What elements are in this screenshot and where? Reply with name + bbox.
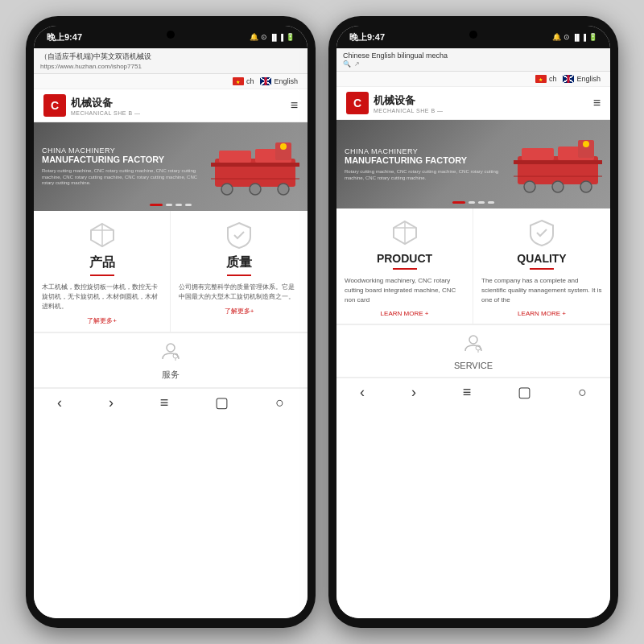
box-icon-left	[88, 221, 117, 250]
feature-title-quality-left: 质量	[179, 254, 299, 271]
status-time-right: 晚上9:47	[349, 31, 385, 43]
svg-rect-6	[211, 163, 299, 167]
feature-title-product-left: 产品	[42, 254, 162, 271]
lang-bar-right: ch English	[336, 72, 610, 87]
nav-header-left: C 机械设备 MECHANICAL SHE B — ≡	[34, 89, 308, 122]
features-grid-right: PRODUCT Woodworking machinery, CNC rotar…	[336, 208, 610, 325]
svg-point-20	[580, 181, 592, 192]
svg-point-3	[221, 184, 233, 195]
feature-desc-product-left: 木工机械，数控旋切板一体机，数控无卡旋切机，无卡旋切机，木材倒圆机，木材进料机。	[42, 283, 162, 312]
svg-point-5	[278, 184, 289, 195]
service-icon-left	[159, 340, 182, 367]
service-icon-right	[462, 332, 485, 359]
lang-ch-left[interactable]: ch	[233, 77, 254, 85]
feature-title-quality-right: QUALITY	[481, 252, 602, 265]
nav-tabs-left[interactable]: ▢	[215, 394, 229, 411]
service-label-right: SERVICE	[454, 361, 493, 370]
svg-point-24	[583, 141, 589, 147]
features-grid-left: 产品 木工机械，数控旋切板一体机，数控无卡旋切机，无卡旋切机，木材倒圆机，木材进…	[34, 211, 308, 333]
service-label-left: 服务	[162, 369, 180, 381]
banner-title1-left: CHINA MACHINERY	[42, 147, 211, 155]
dot-active	[150, 204, 163, 206]
feature-desc-quality-right: The company has a complete and scientifi…	[481, 276, 602, 305]
lang-bar-left: ch English	[34, 74, 308, 89]
lang-en-left[interactable]: English	[260, 77, 298, 85]
status-icons-right: 🔔 ⊙ ▐▌▐ 🔋	[552, 33, 597, 41]
status-time-left: 晚上9:47	[47, 31, 82, 43]
banner-desc-right: Rotary cutting machine, CNC rotary cutti…	[345, 169, 514, 182]
feature-divider-quality-right	[530, 268, 554, 270]
banner-title1-right: CHINA MACHINERY	[345, 147, 514, 155]
punch-hole-right	[469, 31, 477, 39]
nav-back-right[interactable]: ‹	[360, 384, 365, 401]
browser-title-left: （自适应手机端)中英文双语机械设	[40, 52, 301, 62]
logo-icon-right: C	[346, 92, 369, 114]
nav-menu-right[interactable]: ≡	[463, 384, 472, 401]
nav-home-right[interactable]: ○	[578, 384, 587, 401]
dot-1-right	[469, 201, 475, 204]
punch-hole-left	[167, 31, 175, 39]
menu-icon-right[interactable]: ≡	[593, 96, 601, 110]
logo-sub-left: MECHANICAL SHE B —	[71, 110, 141, 116]
flag-vn-right	[535, 75, 547, 83]
learn-more-product-left[interactable]: 了解更多+	[42, 316, 162, 325]
flag-vn-left	[233, 77, 244, 85]
nav-forward-right[interactable]: ›	[411, 384, 416, 401]
phone-right: 晚上9:47 🔔 ⊙ ▐▌▐ 🔋 Chinese English bilingu…	[328, 16, 618, 628]
dot-1	[166, 204, 172, 206]
lang-ch-right[interactable]: ch	[535, 75, 557, 83]
learn-more-product-right[interactable]: LEARN MORE +	[345, 310, 464, 317]
learn-more-quality-right[interactable]: LEARN MORE +	[481, 310, 602, 317]
feature-quality-left: 质量 公司拥有完整科学的质量管理体系。它是中国最大的大型木工旋切机制造商之一。 …	[171, 211, 308, 332]
logo-icon-left: C	[43, 94, 66, 117]
browser-bar-right[interactable]: Chinese English bilingual mecha 🔍 ↗	[336, 48, 610, 72]
svg-point-9	[280, 143, 287, 150]
nav-back-left[interactable]: ‹	[57, 394, 62, 411]
banner-left: CHINA MACHINERY MANUFACTURING FACTORY Ro…	[34, 122, 308, 211]
dot-2-right	[478, 201, 485, 204]
shield-icon-right	[527, 218, 556, 247]
nav-tabs-right[interactable]: ▢	[518, 383, 531, 401]
feature-desc-quality-left: 公司拥有完整科学的质量管理体系。它是中国最大的大型木工旋切机制造商之一。	[179, 283, 299, 302]
feature-divider-product-left	[90, 275, 114, 276]
learn-more-quality-left[interactable]: 了解更多+	[179, 307, 299, 316]
banner-dots-right	[452, 201, 494, 204]
nav-home-left[interactable]: ○	[275, 394, 284, 411]
lang-en-right[interactable]: English	[563, 75, 601, 83]
logo-sub-right: MECHANICAL SHE B —	[374, 108, 444, 114]
svg-rect-1	[219, 151, 251, 163]
phone-left: 晚上9:47 🔔 ⊙ ▐▌▐ 🔋 （自适应手机端)中英文双语机械设 https:…	[26, 16, 316, 628]
nav-menu-left[interactable]: ≡	[160, 394, 169, 411]
dot-active-right	[452, 201, 465, 204]
svg-point-18	[524, 181, 535, 192]
site-content-right: ch English C 机械设备 MECHANICAL SHE B —	[336, 72, 610, 618]
box-icon-right	[390, 218, 419, 247]
banner-dots-left	[150, 204, 192, 206]
banner-machine-right	[514, 132, 602, 196]
flag-uk-left	[260, 77, 271, 85]
dot-3	[185, 204, 192, 206]
menu-icon-left[interactable]: ≡	[291, 98, 298, 113]
shield-icon-left	[225, 221, 254, 250]
browser-bar-left[interactable]: （自适应手机端)中英文双语机械设 https://www.huzhan.com/…	[34, 48, 308, 74]
browser-title-right: Chinese English bilingual mecha	[343, 52, 604, 60]
feature-product-right: PRODUCT Woodworking machinery, CNC rotar…	[336, 208, 473, 324]
svg-point-19	[552, 181, 564, 192]
service-teaser-left: 服务	[34, 333, 308, 388]
svg-point-13	[167, 344, 175, 352]
feature-desc-product-right: Woodworking machinery, CNC rotary cuttin…	[345, 276, 464, 305]
site-content-left: ch English C 机械设备 MECHANICAL SHE B —	[34, 74, 308, 618]
svg-rect-16	[522, 148, 554, 160]
nav-forward-left[interactable]: ›	[109, 394, 114, 411]
browser-url-left: https://www.huzhan.com/ishop7751	[40, 63, 301, 70]
svg-point-4	[250, 184, 261, 195]
service-teaser-right: SERVICE	[336, 325, 610, 378]
feature-quality-right: QUALITY The company has a complete and s…	[473, 208, 610, 324]
dot-3-right	[488, 201, 494, 204]
logo-main-right: 机械设备	[374, 93, 444, 108]
svg-rect-21	[514, 160, 602, 164]
svg-point-28	[469, 336, 477, 344]
banner-desc-left: Rotary cutting machine, CNC rotary cutti…	[42, 168, 211, 187]
logo-area-right: C 机械设备 MECHANICAL SHE B —	[346, 92, 444, 114]
status-icons-left: 🔔 ⊙ ▐▌▐ 🔋	[250, 33, 295, 41]
